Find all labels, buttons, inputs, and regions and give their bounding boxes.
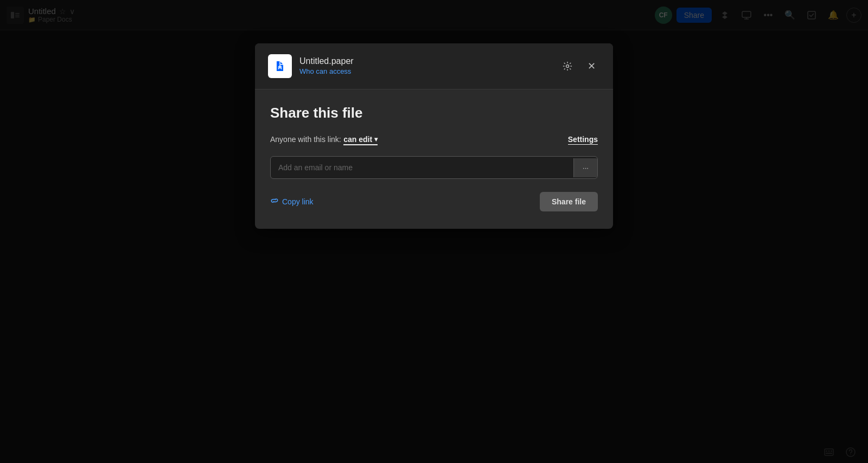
access-row: Anyone with this link: can edit ▾ Settin… [270, 134, 598, 145]
link-icon [270, 196, 279, 207]
file-name: Untitled.paper [299, 56, 354, 66]
email-input-row: ··· [270, 156, 598, 179]
file-info: Untitled.paper Who can access [299, 56, 354, 76]
modal-header-left: Untitled.paper Who can access [268, 54, 354, 78]
people-picker-icon: ··· [583, 164, 589, 172]
share-file-button[interactable]: Share file [540, 192, 598, 211]
close-icon: ✕ [588, 60, 596, 72]
who-can-access-link[interactable]: Who can access [299, 67, 351, 75]
settings-link-button[interactable]: Settings [568, 135, 598, 145]
modal-header-right: ✕ [559, 57, 600, 75]
modal-header: Untitled.paper Who can access ✕ [255, 43, 613, 89]
modal-body: Share this file Anyone with this link: c… [255, 89, 613, 229]
modal-bottom-row: Copy link Share file [270, 192, 598, 211]
modal-close-button[interactable]: ✕ [583, 57, 600, 75]
chevron-down-icon: ▾ [374, 136, 378, 143]
access-description: Anyone with this link: can edit ▾ [270, 134, 378, 145]
email-input[interactable] [271, 157, 573, 178]
permission-label: can edit [343, 135, 372, 144]
access-prefix: Anyone with this link: [270, 135, 341, 144]
permission-dropdown-button[interactable]: can edit ▾ [343, 135, 378, 145]
modal-settings-gear-button[interactable] [559, 57, 576, 75]
copy-link-label: Copy link [282, 197, 314, 206]
people-picker-button[interactable]: ··· [573, 158, 597, 177]
modal-overlay: Untitled.paper Who can access ✕ Share th… [0, 0, 868, 463]
copy-link-button[interactable]: Copy link [270, 196, 314, 207]
share-modal: Untitled.paper Who can access ✕ Share th… [255, 43, 613, 229]
svg-point-8 [566, 65, 569, 68]
file-icon [268, 54, 292, 78]
modal-title: Share this file [270, 105, 598, 121]
